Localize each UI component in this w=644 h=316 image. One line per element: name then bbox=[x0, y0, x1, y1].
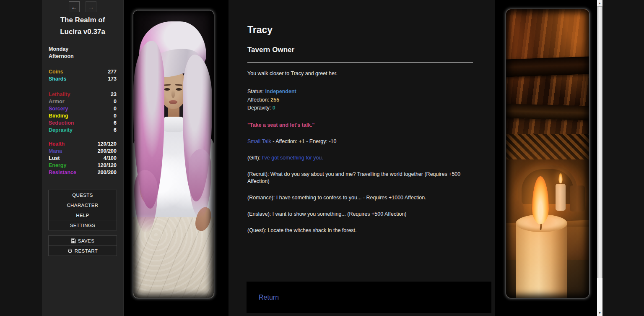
arrow-left-icon: ← bbox=[71, 3, 78, 10]
seduction-value: 6 bbox=[114, 120, 117, 127]
saves-button-label: SAVES bbox=[78, 238, 95, 243]
sorcery-value: 0 bbox=[114, 106, 117, 113]
scene-warm-glow bbox=[506, 9, 589, 298]
option-enslave: (Enslave): I want to show you something.… bbox=[247, 211, 476, 218]
game-title-line1: The Realm of bbox=[42, 14, 123, 26]
npc-status-value: Independent bbox=[265, 89, 296, 94]
option-recruit: (Recruit): What do you say about you and… bbox=[247, 171, 476, 185]
resources-block: Health 120/120 Mana 200/200 Lust 4/100 E… bbox=[42, 141, 123, 177]
npc-depravity-value: 0 bbox=[273, 105, 275, 111]
mana-value: 200/200 bbox=[98, 148, 117, 155]
option-small-talk: Small Talk - Affection: +1 - Energy: -10 bbox=[247, 138, 476, 145]
stat-row-binding: Binding 0 bbox=[42, 113, 123, 120]
stat-row-sorcery: Sorcery 0 bbox=[42, 106, 123, 113]
character-button-label: CHARACTER bbox=[67, 203, 98, 208]
scroll-up-button[interactable]: ▲ bbox=[597, 0, 602, 6]
divider bbox=[247, 62, 473, 63]
option-gift: (Gift): I've got something for you. bbox=[247, 154, 476, 162]
portrait-eye bbox=[164, 88, 170, 91]
sorcery-label: Sorcery bbox=[49, 106, 68, 113]
stat-row-lust: Lust 4/100 bbox=[42, 155, 123, 162]
npc-quote: "Take a seat and let's talk." bbox=[247, 122, 476, 129]
portrait-lips bbox=[169, 100, 177, 104]
quests-button-label: QUESTS bbox=[72, 193, 93, 198]
gift-link[interactable]: I've got something for you. bbox=[262, 155, 323, 161]
lethality-value: 23 bbox=[111, 91, 117, 99]
binding-label: Binding bbox=[49, 113, 68, 120]
stat-row-seduction: Seduction 6 bbox=[42, 120, 123, 127]
portrait-panel bbox=[124, 0, 229, 316]
scroll-up-icon: ▲ bbox=[598, 2, 601, 5]
day-row: Monday bbox=[42, 46, 123, 53]
npc-affection-value: 255 bbox=[270, 97, 279, 103]
help-button-label: HELP bbox=[76, 213, 89, 218]
binding-value: 0 bbox=[114, 113, 117, 120]
quests-button[interactable]: QUESTS bbox=[48, 190, 117, 200]
scene-panel bbox=[495, 0, 597, 316]
small-talk-link[interactable]: Small Talk bbox=[247, 138, 271, 144]
power-icon bbox=[68, 248, 73, 253]
forward-button[interactable]: → bbox=[86, 1, 96, 12]
gift-prefix: (Gift): bbox=[247, 155, 262, 161]
character-name-heading: Tracy bbox=[247, 24, 476, 36]
scroll-down-icon: ▼ bbox=[598, 311, 601, 314]
main-content: Tracy Tavern Owner You walk closer to Tr… bbox=[229, 0, 495, 316]
restart-button[interactable]: RESTART bbox=[48, 245, 117, 256]
history-nav: ← → bbox=[42, 0, 123, 12]
system-buttons: SAVES RESTART bbox=[42, 235, 123, 256]
vertical-scrollbar: ▲ ▼ bbox=[597, 0, 602, 316]
stat-row-coins: Coins 277 bbox=[42, 69, 123, 76]
game-screen: ← → The Realm of Lucira v0.37a Monday Af… bbox=[0, 0, 644, 316]
lust-label: Lust bbox=[49, 155, 60, 162]
back-button[interactable]: ← bbox=[69, 1, 80, 12]
stat-row-energy: Energy 120/120 bbox=[42, 162, 123, 170]
resistance-value: 200/200 bbox=[98, 170, 117, 177]
character-portrait bbox=[133, 10, 214, 298]
scroll-down-button[interactable]: ▼ bbox=[597, 310, 602, 316]
saves-button[interactable]: SAVES bbox=[48, 235, 117, 246]
portrait-brow bbox=[164, 84, 171, 86]
mana-label: Mana bbox=[49, 148, 62, 155]
portrait-nose bbox=[171, 90, 175, 98]
energy-label: Energy bbox=[49, 162, 66, 170]
npc-stats: Status: Independent Affection: 255 Depra… bbox=[247, 88, 476, 112]
energy-value: 120/120 bbox=[98, 162, 117, 170]
scrollbar-thumb[interactable] bbox=[597, 6, 602, 278]
npc-affection-label: Affection: bbox=[247, 97, 270, 103]
return-bar: Return bbox=[247, 282, 491, 313]
stat-row-lethality: Lethality 23 bbox=[42, 91, 123, 99]
stat-row-depravity: Depravity 6 bbox=[42, 127, 123, 134]
health-value: 120/120 bbox=[98, 141, 117, 148]
character-button[interactable]: CHARACTER bbox=[48, 200, 117, 210]
shards-label: Shards bbox=[49, 76, 66, 83]
option-romance: (Romance): I have something to confess t… bbox=[247, 194, 476, 201]
armor-value: 0 bbox=[114, 99, 117, 106]
arrow-right-icon: → bbox=[88, 3, 94, 10]
period-row: Afternoon bbox=[42, 53, 123, 60]
portrait-brow bbox=[175, 84, 182, 86]
stat-row-armor: Armor 0 bbox=[42, 99, 123, 106]
game-title-line2: Lucira v0.37a bbox=[42, 26, 123, 38]
depravity-value: 6 bbox=[114, 127, 117, 134]
seduction-label: Seduction bbox=[49, 120, 74, 127]
npc-depravity-label: Depravity: bbox=[247, 105, 273, 111]
settings-button[interactable]: SETTINGS bbox=[48, 220, 117, 230]
depravity-label: Depravity bbox=[49, 127, 73, 134]
coins-label: Coins bbox=[49, 69, 63, 76]
option-quest: (Quest): Locate the witches shack in the… bbox=[247, 227, 476, 234]
stat-row-mana: Mana 200/200 bbox=[42, 148, 123, 155]
game-title: The Realm of Lucira v0.37a bbox=[42, 14, 123, 38]
day-label: Monday bbox=[49, 46, 68, 53]
lethality-label: Lethality bbox=[49, 91, 70, 99]
resistance-label: Resistance bbox=[49, 170, 76, 177]
help-button[interactable]: HELP bbox=[48, 210, 117, 220]
character-role-heading: Tavern Owner bbox=[247, 46, 476, 53]
health-label: Health bbox=[49, 141, 65, 148]
npc-status-label: Status: bbox=[247, 89, 265, 94]
stat-row-shards: Shards 173 bbox=[42, 76, 123, 83]
return-link[interactable]: Return bbox=[259, 294, 279, 301]
stat-row-resistance: Resistance 200/200 bbox=[42, 170, 123, 177]
shards-value: 173 bbox=[108, 76, 117, 83]
floppy-disk-icon bbox=[71, 238, 76, 243]
small-talk-effects: - Affection: +1 - Energy: -10 bbox=[271, 138, 337, 144]
